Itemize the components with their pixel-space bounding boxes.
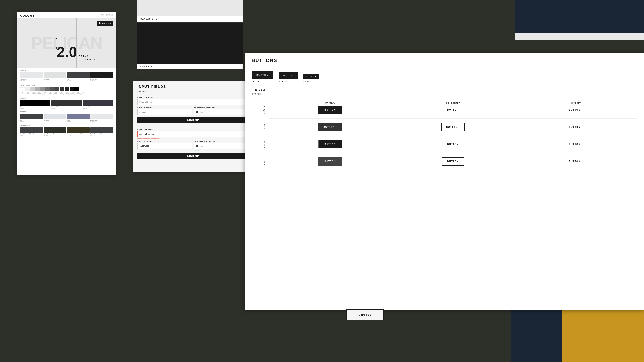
email-input-default[interactable] xyxy=(138,99,249,105)
default-primary-cell: BUTTON xyxy=(269,106,392,114)
hover-tertiary-btn[interactable]: BUTTON › xyxy=(569,123,582,131)
primary-light-hex: #323334 xyxy=(51,107,82,109)
shopping-select-default[interactable]: Choose xyxy=(194,109,249,115)
default-tertiary-btn[interactable]: BUTTON › xyxy=(569,106,582,114)
hover-tertiary-cell: BUTTON › xyxy=(514,123,637,131)
hover-label-container: Hover xyxy=(252,124,269,130)
btn-states-subtitle: STATES xyxy=(252,93,637,95)
active-label-container: Active xyxy=(252,158,269,165)
swatch-label-7: 700#1f1f80 xyxy=(59,92,64,94)
neutral-bg-overland-item: Neutral Background Overland #3F4042 xyxy=(44,127,66,136)
global-swatch-4 xyxy=(40,87,45,91)
hover-secondary-btn[interactable]: BUTTON › xyxy=(441,123,464,131)
btn-states-section: LARGE STATES Primary Secondary Tertiary … xyxy=(245,86,644,174)
navy-top xyxy=(515,0,644,33)
default-cells: BUTTON BUTTON BUTTON › xyxy=(269,106,637,114)
focus-secondary-btn[interactable]: BUTTON xyxy=(442,140,464,148)
global-swatch-7 xyxy=(55,87,60,91)
neutral-bg-general-hex: #3F4042 xyxy=(20,134,43,136)
dob-label-default: DATE OF BIRTH* xyxy=(138,107,192,108)
focus-primary-btn[interactable]: BUTTON xyxy=(318,140,342,148)
active-primary-cell: BUTTON xyxy=(269,157,392,166)
neutral-bg-hook-item: Neutral Background Hook & Sheet #3F4042 xyxy=(67,127,90,136)
general-black xyxy=(138,23,242,64)
svg-point-0 xyxy=(99,22,100,24)
btn-small-demo[interactable]: BUTTON xyxy=(303,74,320,79)
active-primary-btn[interactable]: BUTTON xyxy=(318,157,342,166)
hover-primary-cell: BUTTON › xyxy=(269,123,392,131)
email-field-group-error: EMAIL ADDRESS* Please enter a valid emai… xyxy=(138,129,249,139)
choose-button[interactable]: Choose xyxy=(346,309,384,320)
canvas-grey-top xyxy=(138,0,242,16)
sg-updated: Updated Sept 2022 xyxy=(100,15,113,16)
active-tertiary-btn[interactable]: BUTTON › xyxy=(569,157,582,166)
version-number: 2.0 xyxy=(57,45,77,59)
primary-lighter-hex: #37373S xyxy=(83,107,113,109)
primary-main-swatch xyxy=(20,100,50,106)
global-swatch-1 xyxy=(25,87,30,91)
focus-tertiary-btn[interactable]: BUTTON › xyxy=(569,140,582,148)
text-swatch-item: Text #3F4042 xyxy=(67,72,90,81)
primary-colors-row: Primary #000000 Primary Light #323334 Pr… xyxy=(20,100,113,109)
default-label-container: Default xyxy=(252,106,269,114)
pelican-logo-text: PELICAN xyxy=(102,22,111,24)
default-secondary-cell: BUTTON xyxy=(392,106,514,114)
btn-small-size-label: SMALL xyxy=(303,80,311,82)
focus-tertiary-cell: BUTTON › xyxy=(514,140,637,148)
active-secondary-cell: BUTTON xyxy=(392,157,514,166)
email-input-error[interactable] xyxy=(138,131,249,137)
btn-medium-demo[interactable]: BUTTON xyxy=(279,72,298,79)
text-weak-item: Text Weak #DFE2E7 xyxy=(44,114,66,122)
signup-button-error[interactable]: SIGN UP xyxy=(138,153,249,159)
canvas-neutral-hex: #E6E7E8 xyxy=(90,121,113,122)
hover-secondary-arrow: › xyxy=(458,126,460,128)
btn-row-default: Default BUTTON BUTTON BUTTON › xyxy=(252,106,637,114)
dob-input-error[interactable] xyxy=(138,143,192,149)
primary-light-swatch xyxy=(51,100,82,106)
focus-label-container: Focus xyxy=(252,141,269,148)
global-swatch-8 xyxy=(60,87,64,91)
text-neutral-item: Text #3F4042 xyxy=(20,114,43,122)
dob-group-error: DATE OF BIRTH* xyxy=(138,141,192,151)
swatch-label-8: 800#1f1f1a xyxy=(65,92,70,94)
neutral-color-label: Neutral Color xyxy=(20,124,113,126)
neutral-bg-general-item: Neutral Background General #3F4042 xyxy=(20,127,43,136)
swatch-sublabel-sep: Line Separator xyxy=(42,94,48,95)
guide-line-h1 xyxy=(17,38,116,38)
btn-small-item: BUTTON SMALL xyxy=(303,74,320,82)
pelican-logo-badge: PELICAN xyxy=(96,21,113,26)
btn-sizes-row: BUTTON LARGE BUTTON MEDIUM BUTTON SMALL xyxy=(245,67,644,86)
shopping-select-wrapper-default: Choose xyxy=(194,109,249,115)
canvas-neutral-item: Canvas Grey #E6E7E8 xyxy=(90,114,113,122)
text-musk-hex: #DFE2E1 xyxy=(44,80,66,81)
dob-input-default[interactable] xyxy=(138,109,192,115)
canvas-grey-label-area: CANVAS GREY xyxy=(138,16,242,22)
swatch-label-5: 400#4d4f50 xyxy=(48,92,53,94)
border-neutral-hex: #77799b xyxy=(67,121,90,122)
hover-primary-btn[interactable]: BUTTON › xyxy=(318,123,342,131)
btn-row-hover: Hover BUTTON › BUTTON › BUTTON › xyxy=(252,123,637,131)
btn-col-tertiary: Tertiary xyxy=(514,101,637,104)
default-tertiary-cell: BUTTON › xyxy=(514,106,637,114)
signup-button-default[interactable]: SIGN UP xyxy=(138,117,249,123)
canvas-grey-swatch xyxy=(20,72,43,78)
active-secondary-btn[interactable]: BUTTON xyxy=(442,157,464,166)
btn-row-focus: Focus BUTTON BUTTON BUTTON › xyxy=(252,140,637,148)
hover-tertiary-arrow: › xyxy=(581,126,582,128)
input-fields-panel: INPUT FIELDS STATES EMAIL ADDRESS* DATE … xyxy=(133,81,253,172)
hover-cells: BUTTON › BUTTON › BUTTON › xyxy=(269,123,637,131)
default-secondary-btn[interactable]: BUTTON xyxy=(442,106,464,114)
choose-button-area: Choose xyxy=(346,309,384,320)
success-msg: Closed xyxy=(194,149,249,151)
btn-large-title: LARGE xyxy=(252,88,637,92)
shopping-select-wrapper-error: Choose xyxy=(194,143,249,149)
swatch-sublabel-primary-l: [Primary Light] xyxy=(69,94,75,95)
shopping-select-error[interactable]: Choose xyxy=(194,143,249,149)
btn-large-demo[interactable]: BUTTON xyxy=(252,71,274,79)
default-primary-btn[interactable]: BUTTON xyxy=(318,106,342,114)
primary-section-label: Primary xyxy=(20,69,113,71)
swatch-label-10: 950#1f1f1a xyxy=(76,92,81,94)
border-neutral-item: Border #77799b xyxy=(67,114,90,122)
default-state-label: Default xyxy=(263,106,265,114)
primary-black-hex: #3F4042 xyxy=(90,80,113,81)
